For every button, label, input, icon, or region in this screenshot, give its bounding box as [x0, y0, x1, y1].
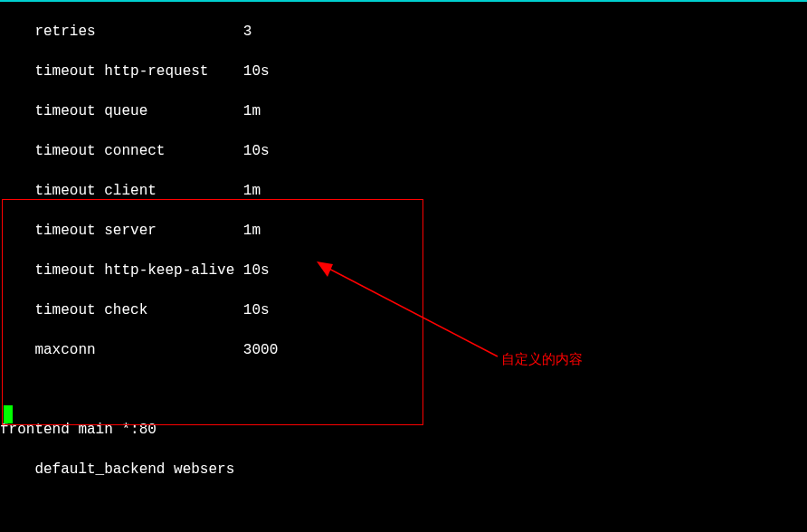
- config-line: [0, 380, 807, 400]
- terminal-output: retries 3 timeout http-request 10s timeo…: [0, 2, 807, 532]
- config-line: timeout client 1m: [0, 181, 807, 201]
- config-line: [0, 499, 807, 519]
- config-line: timeout check 10s: [0, 300, 807, 320]
- config-line: timeout connect 10s: [0, 141, 807, 161]
- config-line: frontend main *:80: [0, 420, 807, 440]
- config-line: timeout http-request 10s: [0, 62, 807, 81]
- config-line: timeout http-keep-alive 10s: [0, 261, 807, 280]
- config-line: retries 3: [0, 22, 807, 42]
- config-line: timeout queue 1m: [0, 101, 807, 121]
- config-line: maxconn 3000: [0, 340, 807, 360]
- annotation-label: 自定义的内容: [501, 349, 583, 369]
- terminal-cursor: [4, 405, 13, 423]
- config-line: default_backend websers: [0, 460, 807, 480]
- config-line: timeout server 1m: [0, 221, 807, 241]
